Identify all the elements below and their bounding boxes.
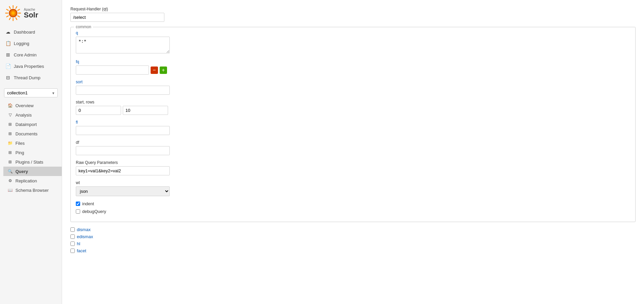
overview-icon: 🏠 bbox=[7, 103, 13, 108]
solr-logo-icon bbox=[5, 5, 21, 21]
svg-point-12 bbox=[9, 9, 17, 17]
q-group: q *:* bbox=[76, 31, 630, 54]
facet-checkbox[interactable] bbox=[70, 249, 75, 253]
sidebar-item-analysis[interactable]: ▽ Analysis bbox=[3, 110, 62, 120]
facet-section: facet bbox=[70, 248, 636, 253]
documents-icon: ⊞ bbox=[7, 131, 13, 136]
plugins-stats-label: Plugins / Stats bbox=[15, 160, 43, 165]
sidebar-item-replication[interactable]: ⚙ Replication bbox=[3, 176, 62, 185]
sidebar: Apache Solr ☁ Dashboard 📋 Logging ⊞ Core… bbox=[0, 0, 62, 304]
df-input[interactable] bbox=[76, 146, 170, 155]
analysis-label: Analysis bbox=[15, 113, 32, 118]
plugins-stats-icon: ⊞ bbox=[7, 159, 13, 165]
edismax-checkbox[interactable] bbox=[70, 234, 75, 239]
fl-input[interactable] bbox=[76, 126, 170, 135]
edismax-label: edismax bbox=[77, 234, 93, 239]
hl-checkbox[interactable] bbox=[70, 242, 75, 246]
df-label: df bbox=[76, 140, 630, 145]
svg-line-10 bbox=[7, 9, 9, 10]
sidebar-item-logging[interactable]: 📋 Logging bbox=[0, 38, 62, 49]
java-properties-icon: 📄 bbox=[5, 63, 11, 69]
dataimport-icon: ⊞ bbox=[7, 122, 13, 127]
sidebar-item-schema-browser[interactable]: 📖 Schema Browser bbox=[3, 185, 62, 195]
thread-dump-label: Thread Dump bbox=[14, 75, 40, 80]
edismax-section: edismax bbox=[70, 234, 636, 239]
query-icon: 🔍 bbox=[7, 169, 13, 174]
sections-group: dismax edismax hl facet bbox=[70, 227, 636, 253]
thread-dump-icon: ⊟ bbox=[5, 75, 11, 81]
logging-label: Logging bbox=[14, 41, 29, 46]
dismax-checkbox[interactable] bbox=[70, 227, 75, 232]
request-handler-group: Request-Handler (qt) bbox=[70, 7, 636, 22]
fq-row: − + bbox=[76, 66, 630, 75]
ping-icon: ⊞ bbox=[7, 150, 13, 155]
start-rows-group: start, rows bbox=[76, 100, 630, 115]
dashboard-label: Dashboard bbox=[14, 30, 35, 35]
svg-line-4 bbox=[18, 16, 20, 17]
sidebar-item-overview[interactable]: 🏠 Overview bbox=[3, 101, 62, 110]
dismax-section: dismax bbox=[70, 227, 636, 232]
svg-line-7 bbox=[9, 18, 10, 20]
collection-select[interactable]: collection1 bbox=[4, 88, 58, 97]
fq-remove-button[interactable]: − bbox=[151, 67, 158, 74]
sidebar-item-documents[interactable]: ⊞ Documents bbox=[3, 129, 62, 138]
core-admin-icon: ⊞ bbox=[5, 52, 11, 58]
facet-label: facet bbox=[77, 248, 86, 253]
solr-label: Solr bbox=[24, 11, 38, 19]
documents-label: Documents bbox=[15, 131, 38, 136]
wt-select[interactable]: json xml csv python ruby php phps veloci… bbox=[76, 186, 170, 196]
sort-input[interactable] bbox=[76, 86, 170, 95]
fq-input[interactable] bbox=[76, 66, 149, 75]
wt-group: wt json xml csv python ruby php phps vel… bbox=[76, 180, 630, 196]
hl-section: hl bbox=[70, 241, 636, 246]
analysis-icon: ▽ bbox=[7, 112, 13, 118]
sidebar-item-query[interactable]: 🔍 Query bbox=[3, 167, 62, 176]
sidebar-item-files[interactable]: 📁 Files bbox=[3, 138, 62, 148]
rows-input[interactable] bbox=[123, 106, 168, 115]
schema-browser-label: Schema Browser bbox=[15, 188, 49, 193]
df-group: df bbox=[76, 140, 630, 155]
svg-line-8 bbox=[7, 16, 9, 17]
sidebar-item-java-properties[interactable]: 📄 Java Properties bbox=[0, 60, 62, 72]
q-textarea[interactable]: *:* bbox=[76, 37, 170, 53]
dismax-label: dismax bbox=[77, 227, 91, 232]
java-properties-label: Java Properties bbox=[14, 64, 44, 69]
fq-add-button[interactable]: + bbox=[160, 67, 167, 74]
request-handler-input[interactable] bbox=[70, 13, 164, 22]
wt-label: wt bbox=[76, 180, 630, 185]
indent-checkbox[interactable] bbox=[76, 202, 80, 206]
sort-group: sort bbox=[76, 80, 630, 95]
raw-query-input[interactable] bbox=[76, 166, 170, 175]
fq-group: fq − + bbox=[76, 59, 630, 75]
sidebar-item-dataimport[interactable]: ⊞ Dataimport bbox=[3, 120, 62, 129]
common-fieldset: common q *:* fq − + sort bbox=[70, 27, 636, 222]
overview-label: Overview bbox=[15, 103, 34, 108]
svg-line-2 bbox=[18, 9, 20, 10]
start-input[interactable] bbox=[76, 106, 121, 115]
raw-query-group: Raw Query Parameters bbox=[76, 160, 630, 175]
main-content: Request-Handler (qt) common q *:* fq − + bbox=[62, 0, 644, 304]
files-label: Files bbox=[15, 141, 24, 146]
sort-label: sort bbox=[76, 80, 630, 84]
start-rows-row bbox=[76, 106, 630, 115]
replication-icon: ⚙ bbox=[7, 178, 13, 183]
dataimport-label: Dataimport bbox=[15, 122, 37, 127]
sidebar-item-thread-dump[interactable]: ⊟ Thread Dump bbox=[0, 72, 62, 83]
sidebar-item-dashboard[interactable]: ☁ Dashboard bbox=[0, 26, 62, 38]
sidebar-item-plugins-stats[interactable]: ⊞ Plugins / Stats bbox=[3, 157, 62, 167]
debug-query-row: debugQuery bbox=[76, 209, 630, 214]
sidebar-item-ping[interactable]: ⊞ Ping bbox=[3, 148, 62, 157]
debug-query-checkbox[interactable] bbox=[76, 209, 80, 214]
ping-label: Ping bbox=[15, 150, 24, 155]
logging-icon: 📋 bbox=[5, 40, 11, 46]
svg-line-1 bbox=[16, 7, 17, 9]
indent-row: indent bbox=[76, 201, 630, 206]
raw-query-label: Raw Query Parameters bbox=[76, 160, 630, 165]
collection-selector[interactable]: collection1 bbox=[4, 88, 58, 97]
debug-query-label: debugQuery bbox=[82, 209, 106, 214]
core-admin-label: Core Admin bbox=[14, 52, 37, 57]
svg-line-11 bbox=[9, 7, 10, 9]
sidebar-item-core-admin[interactable]: ⊞ Core Admin bbox=[0, 49, 62, 60]
indent-label: indent bbox=[82, 201, 94, 206]
fl-group: fl bbox=[76, 120, 630, 135]
